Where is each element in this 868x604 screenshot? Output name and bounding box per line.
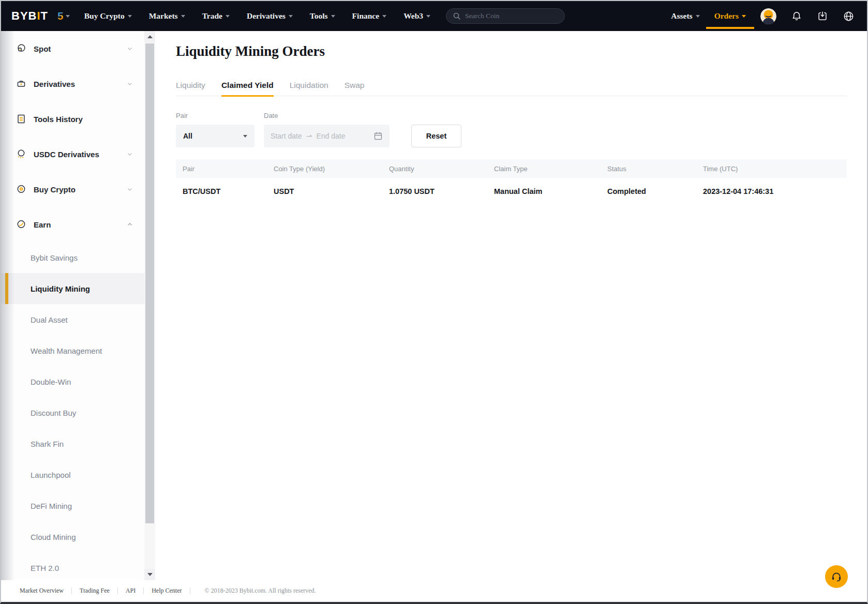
calendar-icon	[373, 131, 383, 141]
tab-liquidation[interactable]: Liquidation	[290, 81, 328, 96]
sidebar-item-spot[interactable]: Spot	[1, 31, 144, 66]
main-content: Liquidity Mining Orders Liquidity Claime…	[156, 31, 867, 580]
footer-link-help-center[interactable]: Help Center	[144, 587, 190, 594]
sidebar-item-cloud-mining[interactable]: Cloud Mining	[1, 521, 144, 552]
sidebar: Spot Derivatives Tools History USDC Deri…	[1, 31, 155, 580]
logo-accent: I	[37, 9, 40, 22]
end-date-input[interactable]: End date	[316, 132, 345, 140]
download-icon	[817, 10, 828, 22]
notifications-button[interactable]	[791, 10, 802, 22]
menu-web3[interactable]: Web3	[403, 11, 430, 21]
copyright-text: © 2018-2023 Bybit.com. All rights reserv…	[205, 587, 316, 595]
user-avatar[interactable]	[760, 8, 776, 24]
sidebar-item-shark-fin[interactable]: Shark Fin	[1, 428, 144, 459]
order-tabs: Liquidity Claimed Yield Liquidation Swap	[176, 81, 847, 96]
sidebar-item-discount-buy[interactable]: Discount Buy	[1, 397, 144, 428]
sidebar-item-launchpool[interactable]: Launchpool	[1, 459, 144, 490]
search-input[interactable]	[465, 12, 558, 20]
anniversary-5-icon: 5	[57, 10, 64, 22]
tab-liquidity[interactable]: Liquidity	[176, 81, 205, 96]
download-app-button[interactable]	[817, 10, 828, 22]
menu-orders-active[interactable]: Orders	[714, 11, 746, 21]
footer-link-market-overview[interactable]: Market Overview	[20, 587, 72, 594]
headset-icon	[830, 570, 843, 583]
sidebar-item-buy-crypto[interactable]: Buy Crypto	[1, 172, 144, 207]
footer-link-trading-fee[interactable]: Trading Fee	[72, 587, 118, 594]
footer: Market Overview Trading Fee API Help Cen…	[1, 579, 867, 602]
cell-quantity: 1.0750 USDT	[389, 187, 494, 195]
sidebar-item-tools-history[interactable]: Tools History	[1, 101, 144, 137]
coin-search-box[interactable]	[446, 8, 565, 24]
nav-right-group: Assets Orders	[671, 8, 855, 24]
start-date-input[interactable]: Start date	[271, 132, 302, 140]
menu-tools[interactable]: Tools	[310, 11, 335, 21]
tools-history-icon	[16, 113, 27, 125]
column-time-utc: Time (UTC)	[703, 165, 847, 173]
filter-bar: Pair All Date Start date ⇀ End date	[176, 112, 461, 147]
table-row: BTC/USDT USDT 1.0750 USDT Manual Claim C…	[176, 178, 847, 205]
sidebar-scrollbar[interactable]	[144, 31, 155, 580]
scroll-down-button[interactable]	[144, 569, 155, 580]
derivatives-icon	[16, 78, 27, 89]
sidebar-item-earn[interactable]: Earn	[1, 207, 144, 242]
chevron-down-icon	[127, 46, 133, 52]
sidebar-item-dual-asset[interactable]: Dual Asset	[1, 304, 144, 335]
tab-swap[interactable]: Swap	[345, 81, 365, 96]
tab-claimed-yield[interactable]: Claimed Yield	[221, 81, 274, 96]
top-navigation-bar: BYBIT 5 Buy Crypto Markets Trade Derivat…	[1, 1, 867, 31]
globe-icon	[843, 10, 855, 22]
sidebar-item-bybit-savings[interactable]: Bybit Savings	[1, 242, 144, 273]
anniversary-5-badge[interactable]: 5	[57, 10, 70, 22]
pair-filter-label: Pair	[176, 112, 255, 119]
chevron-down-icon	[127, 81, 133, 87]
sidebar-item-derivatives[interactable]: Derivatives	[1, 66, 144, 101]
cell-pair: BTC/USDT	[183, 187, 274, 195]
bell-icon	[791, 10, 802, 22]
sidebar-item-eth-2-0[interactable]: ETH 2.0	[1, 552, 144, 583]
menu-assets[interactable]: Assets	[671, 11, 699, 21]
scroll-up-button[interactable]	[144, 31, 155, 42]
language-button[interactable]	[843, 10, 855, 22]
table-header-row: Pair Coin Type (Yield) Quantity Claim Ty…	[176, 159, 847, 178]
logo-text-2: T	[41, 9, 48, 22]
footer-link-api[interactable]: API	[118, 587, 144, 594]
pair-select[interactable]: All	[176, 125, 255, 147]
cell-coin-type: USDT	[274, 187, 389, 195]
support-button[interactable]	[825, 565, 848, 588]
sidebar-item-usdc-derivatives[interactable]: USDC Derivatives	[1, 137, 144, 172]
sidebar-item-defi-mining[interactable]: DeFi Mining	[1, 490, 144, 521]
menu-trade[interactable]: Trade	[202, 11, 230, 21]
bybit-logo[interactable]: BYBIT	[11, 9, 48, 23]
earn-icon	[16, 219, 27, 230]
orders-table: Pair Coin Type (Yield) Quantity Claim Ty…	[176, 159, 847, 205]
chevron-down-icon	[128, 15, 132, 18]
column-status: Status	[607, 165, 703, 173]
search-icon	[453, 12, 461, 20]
page-title: Liquidity Mining Orders	[176, 43, 325, 59]
chevron-down-icon	[426, 15, 430, 18]
spot-icon	[16, 43, 27, 54]
cell-status: Completed	[607, 187, 703, 195]
chevron-down-icon	[127, 186, 133, 192]
buy-crypto-icon	[16, 184, 27, 195]
sidebar-item-liquidity-mining[interactable]: Liquidity Mining	[1, 273, 144, 304]
menu-buy-crypto[interactable]: Buy Crypto	[84, 11, 132, 21]
scrollbar-thumb[interactable]	[145, 43, 154, 523]
reset-button[interactable]: Reset	[411, 125, 461, 147]
chevron-down-icon	[696, 15, 700, 18]
chevron-down-icon	[226, 15, 230, 18]
date-range-picker[interactable]: Start date ⇀ End date	[264, 125, 390, 147]
cell-claim-type: Manual Claim	[494, 187, 607, 195]
sidebar-item-double-win[interactable]: Double-Win	[1, 366, 144, 397]
column-coin-type: Coin Type (Yield)	[274, 165, 389, 173]
column-pair: Pair	[183, 165, 274, 173]
chevron-down-icon	[181, 15, 185, 18]
menu-markets[interactable]: Markets	[149, 11, 185, 21]
chevron-down-icon	[382, 15, 386, 18]
chevron-down-icon	[127, 151, 133, 157]
menu-finance[interactable]: Finance	[352, 11, 387, 21]
chevron-down-icon	[66, 15, 70, 18]
menu-derivatives[interactable]: Derivatives	[247, 11, 293, 21]
date-filter-label: Date	[264, 112, 390, 119]
sidebar-item-wealth-management[interactable]: Wealth Management	[1, 335, 144, 366]
